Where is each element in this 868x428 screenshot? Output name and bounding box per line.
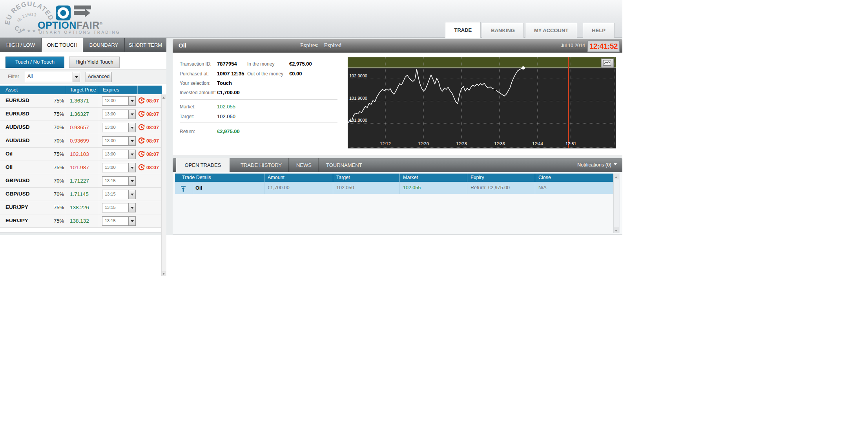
chevron-down-icon[interactable] bbox=[128, 190, 135, 199]
out-money-label: Out of the money bbox=[247, 71, 283, 77]
countdown-clock-icon bbox=[138, 137, 145, 144]
asset-row[interactable]: AUD/USD70%0.9369913:0008:07 bbox=[0, 134, 162, 148]
chevron-down-icon[interactable] bbox=[128, 150, 135, 159]
server-clock: 12:41:52 bbox=[588, 41, 619, 51]
price-chart: 102.0000101.9000101.800012:1212:2012:281… bbox=[348, 57, 616, 148]
tab-high-low[interactable]: HIGH / LOW bbox=[0, 38, 42, 52]
asset-row[interactable]: AUD/USD70%0.9365713:0008:07 bbox=[0, 121, 162, 134]
asset-row[interactable]: EUR/JPY75%138.22613:15 bbox=[0, 201, 162, 214]
svg-text:12:44: 12:44 bbox=[532, 141, 543, 146]
svg-text:12:51: 12:51 bbox=[565, 141, 576, 146]
expiry-select-value: 13:00 bbox=[102, 110, 128, 119]
chevron-down-icon[interactable] bbox=[128, 97, 135, 105]
expiry-select[interactable]: 13:00 bbox=[102, 96, 136, 106]
filter-select[interactable]: All bbox=[25, 72, 80, 82]
filter-bar: Filter All Advanced bbox=[0, 69, 166, 84]
out-money-value: €0.00 bbox=[289, 71, 302, 77]
chevron-down-icon[interactable] bbox=[128, 177, 135, 185]
tab-news[interactable]: NEWS bbox=[289, 158, 319, 172]
tab-boundary[interactable]: BOUNDARY bbox=[83, 38, 125, 52]
col-expires: Expires bbox=[103, 87, 119, 93]
tab-one-touch[interactable]: ONE TOUCH bbox=[42, 38, 83, 52]
countdown-time: 08:07 bbox=[146, 152, 159, 157]
asset-name: EUR/JPY bbox=[5, 204, 28, 210]
main-nav: TRADE BANKING MY ACCOUNT HELP bbox=[444, 22, 615, 38]
tab-tournament[interactable]: TOURNAMENT bbox=[319, 158, 369, 172]
asset-row[interactable]: EUR/USD75%1.3632713:0008:07 bbox=[0, 108, 162, 121]
asset-row[interactable]: GBP/USD70%1.7114513:15 bbox=[0, 188, 162, 201]
tab-short-term[interactable]: SHORT TERM bbox=[125, 38, 166, 52]
asset-row[interactable]: EUR/JPY75%138.13213:15 bbox=[0, 214, 162, 228]
trade-row[interactable]: Oil€1,700.00102.050102.055Return: €2,975… bbox=[175, 182, 614, 194]
transaction-id-label: Transaction ID: bbox=[180, 61, 212, 67]
nav-tab-my-account[interactable]: MY ACCOUNT bbox=[525, 23, 577, 38]
expiry-select[interactable]: 13:00 bbox=[102, 150, 136, 159]
tab-open-trades[interactable]: OPEN TRADES bbox=[176, 158, 230, 172]
asset-row[interactable]: EUR/USD75%1.3637113:0008:07 bbox=[0, 94, 162, 108]
scroll-down-button[interactable] bbox=[162, 271, 166, 276]
chart-type-button[interactable] bbox=[601, 59, 614, 68]
tab-trade-history[interactable]: TRADE HISTORY bbox=[233, 158, 289, 172]
svg-text:★: ★ bbox=[22, 27, 26, 32]
touch-no-touch-button[interactable]: Touch / No Touch bbox=[5, 57, 64, 68]
asset-payout: 75% bbox=[41, 151, 64, 157]
asset-row[interactable]: Oil75%102.10313:0008:07 bbox=[0, 148, 162, 161]
svg-text:102.0000: 102.0000 bbox=[349, 73, 367, 78]
chevron-down-icon[interactable] bbox=[73, 72, 80, 82]
svg-text:12:12: 12:12 bbox=[380, 141, 391, 146]
asset-payout: 75% bbox=[41, 111, 64, 117]
high-yield-touch-button[interactable]: High Yield Touch bbox=[69, 57, 120, 68]
expiry-select[interactable]: 13:00 bbox=[102, 136, 136, 146]
in-money-value: €2,975.00 bbox=[289, 61, 312, 67]
purchase-marker bbox=[494, 89, 496, 91]
scroll-up-button[interactable] bbox=[162, 95, 166, 99]
advanced-button[interactable]: Advanced bbox=[86, 72, 112, 82]
expires-label: Expires: bbox=[300, 42, 319, 48]
trades-scrollbar[interactable] bbox=[613, 174, 620, 233]
col-expiry: Expiry bbox=[467, 174, 535, 182]
chevron-down-icon[interactable] bbox=[128, 110, 135, 119]
svg-text:12:20: 12:20 bbox=[418, 141, 429, 146]
notifications-dropdown[interactable]: Notifications (0) bbox=[577, 158, 617, 172]
expiry-select-value: 13:15 bbox=[102, 190, 128, 199]
expiry-select[interactable]: 13:15 bbox=[102, 190, 136, 199]
bottom-tab-bar: OPEN TRADES TRADE HISTORY NEWS TOURNAMEN… bbox=[173, 158, 622, 172]
scroll-down-button[interactable] bbox=[614, 227, 619, 233]
trade-details-panel: Transaction ID: 7877954 In the money €2,… bbox=[173, 53, 622, 156]
asset-name: AUD/USD bbox=[5, 124, 30, 130]
expiry-select[interactable]: 13:15 bbox=[102, 176, 136, 186]
in-money-label: In the money bbox=[247, 61, 274, 67]
expiry-select[interactable]: 13:15 bbox=[102, 216, 136, 226]
scroll-up-button[interactable] bbox=[614, 174, 619, 179]
nav-tab-help[interactable]: HELP bbox=[583, 23, 615, 38]
col-market: Market bbox=[399, 174, 467, 182]
chevron-down-icon[interactable] bbox=[128, 137, 135, 145]
option-type-tabs: HIGH / LOW ONE TOUCH BOUNDARY SHORT TERM bbox=[0, 38, 166, 52]
asset-list: EUR/USD75%1.3637113:0008:07EUR/USD75%1.3… bbox=[0, 94, 162, 228]
asset-row[interactable]: Oil75%101.98713:0008:07 bbox=[0, 161, 162, 174]
expiry-select[interactable]: 13:00 bbox=[102, 110, 136, 119]
invested-value: €1,700.00 bbox=[217, 90, 240, 95]
asset-payout: 75% bbox=[41, 165, 64, 170]
expiry-select-value: 13:00 bbox=[102, 97, 128, 105]
expires-value: Expired bbox=[324, 42, 341, 48]
chevron-down-icon[interactable] bbox=[128, 123, 135, 132]
asset-list-scrollbar[interactable] bbox=[161, 94, 166, 276]
expiry-select-value: 13:00 bbox=[102, 150, 128, 159]
countdown-time: 08:07 bbox=[146, 138, 159, 144]
nav-tab-trade[interactable]: TRADE bbox=[445, 22, 481, 38]
expiry-select[interactable]: 13:15 bbox=[102, 203, 136, 212]
expiry-select[interactable]: 13:00 bbox=[102, 123, 136, 132]
open-trades-panel: Trade Details Amount Target Market Expir… bbox=[173, 172, 622, 235]
svg-text:12:36: 12:36 bbox=[494, 141, 505, 146]
chevron-down-icon[interactable] bbox=[128, 203, 135, 212]
chevron-down-icon[interactable] bbox=[128, 163, 135, 172]
asset-payout: 70% bbox=[41, 191, 64, 197]
asset-row[interactable]: GBP/USD70%1.7122713:15 bbox=[0, 174, 162, 188]
countdown-time: 08:07 bbox=[146, 98, 159, 104]
expiry-select[interactable]: 13:00 bbox=[102, 163, 136, 172]
trade-expiry: Return: €2,975.00 bbox=[467, 182, 535, 194]
instrument-bar: Oil Expires:Expired Jul 10 2014 12:41:52 bbox=[173, 39, 622, 53]
chevron-down-icon[interactable] bbox=[128, 217, 135, 225]
nav-tab-banking[interactable]: BANKING bbox=[482, 23, 524, 38]
